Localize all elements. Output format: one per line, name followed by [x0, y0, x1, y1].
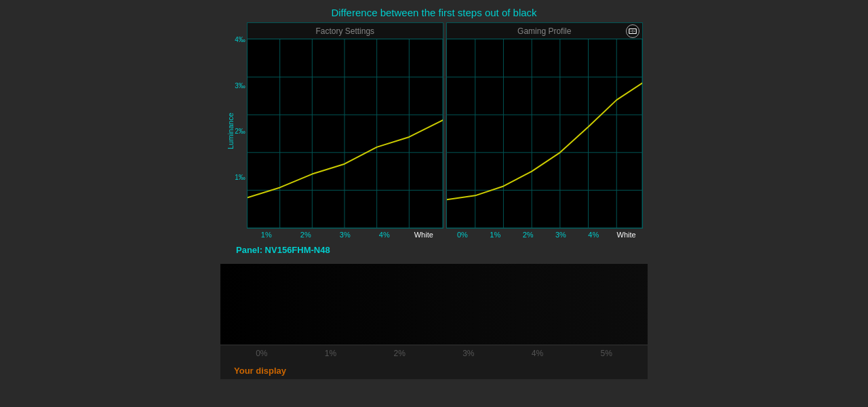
gaming-x-1: 1%: [479, 231, 511, 239]
display-x-5: 5%: [572, 349, 641, 358]
display-x-2: 2%: [365, 349, 434, 358]
gaming-x-2: 2%: [511, 231, 544, 239]
factory-x-white: White: [404, 231, 443, 239]
display-x-4: 4%: [503, 349, 572, 358]
gaming-chart: [446, 39, 643, 229]
y-axis-label: Luminance: [225, 36, 235, 226]
gaming-x-labels: 0% 1% 2% 3% 4% White: [446, 229, 643, 241]
gaming-grid-svg: [447, 39, 642, 228]
factory-chart: [247, 39, 443, 229]
chart-title: Difference between the first steps out o…: [331, 7, 536, 18]
display-x-axis: 0% 1% 2% 3% 4% 5%: [220, 345, 648, 362]
gaming-label: Gaming Profile: [517, 26, 571, 36]
gaming-x-0: 0%: [446, 231, 479, 239]
factory-chart-wrapper: Factory Settings: [247, 22, 443, 241]
your-display-section: 0% 1% 2% 3% 4% 5% Your display: [220, 264, 648, 379]
your-display-label: Your display: [227, 363, 293, 379]
gaming-x-4: 4%: [577, 231, 610, 239]
gaming-x-white: White: [610, 231, 642, 239]
main-container: Difference between the first steps out o…: [0, 0, 868, 407]
display-x-1: 1%: [296, 349, 366, 358]
factory-x-4: 4%: [365, 231, 404, 239]
charts-section: Luminance 4‰ 3‰ 2‰ 1‰ Factory Settings: [225, 22, 643, 241]
display-x-3: 3%: [434, 349, 503, 358]
y-tick-1: 1‰: [235, 174, 245, 181]
display-chart-area: [220, 264, 648, 345]
gaming-chart-wrapper: Gaming Profile: [446, 22, 643, 241]
factory-x-1: 1%: [247, 231, 286, 239]
factory-x-2: 2%: [286, 231, 326, 239]
factory-x-labels: 1% 2% 3% 4% White: [247, 229, 443, 241]
gamepad-icon: [626, 24, 639, 38]
factory-label: Factory Settings: [315, 26, 374, 36]
y-tick-3: 3‰: [235, 82, 245, 90]
display-x-0: 0%: [227, 349, 296, 358]
panel-info: Panel: NV156FHM-N48: [236, 245, 330, 255]
y-tick-4: 4‰: [235, 36, 245, 43]
dual-charts: Factory Settings: [247, 22, 643, 241]
y-tick-2: 2‰: [235, 128, 245, 135]
factory-grid-svg: [248, 39, 443, 228]
factory-x-3: 3%: [326, 231, 365, 239]
gaming-x-3: 3%: [545, 231, 577, 239]
